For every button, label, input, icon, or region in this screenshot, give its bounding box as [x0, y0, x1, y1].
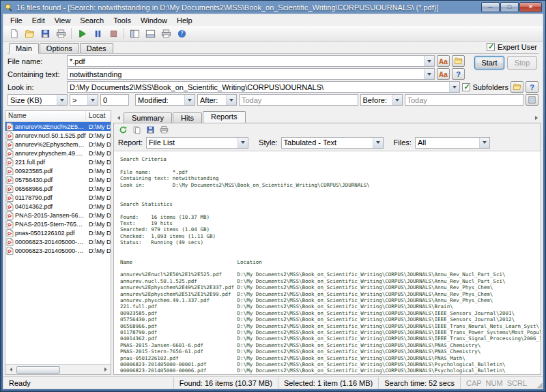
tab-scroll-right-button[interactable] — [532, 113, 541, 122]
table-row[interactable]: annurev%2Ephyschem%2E49%2E1%2E337.pdf D:… — [5, 140, 111, 149]
stop-button[interactable]: Stop — [507, 56, 537, 70]
table-row[interactable]: 221.full.pdf D:\My Documents2\MSS\Book_o… — [5, 157, 111, 166]
containing-text-value: notwithstanding — [68, 70, 424, 78]
containing-text-dropdown[interactable] — [424, 69, 434, 79]
minimize-button[interactable]: ─ — [481, 2, 500, 12]
size-operator-dropdown[interactable] — [87, 95, 98, 105]
file-name-dropdown[interactable] — [424, 56, 434, 66]
new-search-button[interactable] — [6, 27, 21, 40]
tab-reports[interactable]: Reports — [203, 111, 246, 123]
after-date-input[interactable] — [239, 94, 358, 106]
look-in-combo[interactable]: D:\My Documents2\MSS\Book_on_Scientific_… — [67, 81, 460, 93]
pdf-file-icon — [6, 211, 14, 220]
scrollbar-thumb[interactable] — [16, 366, 60, 374]
scroll-right-button[interactable] — [100, 365, 111, 374]
tab-options[interactable]: Options — [40, 43, 79, 53]
report-view[interactable]: Search Criteria File name: *.pdf Contain… — [114, 151, 541, 374]
table-row[interactable]: PNAS-2015-Jansen-6601-6.pdf D:\My Docume… — [5, 211, 111, 220]
look-in-dropdown[interactable] — [449, 82, 459, 92]
menu-item-window[interactable]: Window — [136, 16, 172, 25]
tab-hits[interactable]: Hits — [173, 112, 202, 123]
before-dropdown[interactable] — [392, 95, 402, 105]
look-in-browse-button[interactable] — [511, 81, 523, 93]
start-search-button[interactable] — [74, 27, 89, 40]
file-name-browse-button[interactable] — [452, 55, 465, 67]
size-field-combo[interactable]: Size (KB) — [8, 94, 68, 106]
report-type-combo[interactable]: File List — [146, 137, 248, 149]
view-left-panel-button[interactable] — [127, 27, 142, 40]
save-button[interactable] — [38, 27, 53, 40]
resize-grip[interactable]: ◢ — [532, 377, 543, 389]
look-in-options-button[interactable] — [526, 81, 538, 93]
table-row[interactable]: 05756430.pdf D:\My Documents2\MSS\Book_o… — [5, 175, 111, 184]
table-row[interactable]: pnas-0501226102.pdf D:\My Documents2\MSS… — [5, 228, 111, 237]
style-dropdown[interactable] — [373, 138, 383, 148]
modified-dropdown[interactable] — [184, 95, 195, 105]
close-button[interactable]: ✕ — [519, 2, 542, 12]
before-combo[interactable]: Before: — [360, 94, 403, 106]
expert-user-checkbox[interactable] — [487, 43, 495, 51]
table-row[interactable]: 04014362.pdf D:\My Documents2\MSS\Book_o… — [5, 202, 111, 211]
save-report-button[interactable] — [144, 124, 156, 135]
table-row[interactable]: 00006823-201405000-00001.pdf D:\My Docum… — [5, 237, 111, 246]
report-type-dropdown[interactable] — [238, 138, 248, 148]
stop-search-button[interactable] — [106, 27, 121, 40]
size-value-input[interactable] — [100, 94, 129, 106]
files-combo[interactable]: All — [415, 137, 490, 149]
print-button[interactable] — [53, 27, 68, 40]
column-header-name[interactable]: Name — [5, 111, 86, 121]
menu-item-file[interactable]: File — [5, 16, 27, 25]
copy-report-button[interactable] — [130, 124, 143, 135]
before-date-input[interactable] — [405, 94, 524, 106]
files-dropdown[interactable] — [479, 138, 489, 148]
open-button[interactable] — [22, 27, 37, 40]
table-row[interactable]: 06568966.pdf D:\My Documents2\MSS\Book_o… — [5, 184, 111, 193]
table-row[interactable]: 00923585.pdf D:\My Documents2\MSS\Book_o… — [5, 166, 111, 175]
table-row[interactable]: 00006823-201405000-00006.pdf D:\My Docum… — [5, 246, 111, 255]
subfolders-checkbox[interactable] — [462, 83, 470, 91]
menu-item-edit[interactable]: Edit — [27, 16, 50, 25]
pdf-file-icon — [6, 220, 14, 228]
menu-item-help[interactable]: Help — [172, 16, 197, 25]
print-report-button[interactable] — [158, 27, 173, 40]
view-bottom-panel-button[interactable] — [143, 27, 158, 40]
table-row[interactable]: 01178790.pdf D:\My Documents2\MSS\Book_o… — [5, 193, 111, 202]
horizontal-scrollbar[interactable] — [5, 364, 111, 374]
size-operator-combo[interactable]: > — [70, 94, 98, 106]
table-row[interactable]: PNAS-2015-Stern-7656-61.pdf D:\My Docume… — [5, 220, 111, 228]
menu-item-search[interactable]: Search — [75, 16, 109, 25]
containing-text-help-button[interactable] — [452, 68, 465, 80]
menu-item-tools[interactable]: Tools — [109, 16, 136, 25]
subfolders-label: Subfolders — [472, 83, 508, 91]
file-name-match-case-button[interactable] — [437, 55, 450, 67]
filter-options-button[interactable] — [526, 94, 538, 106]
main-area: Name Locat annurev%2Enucl%2E50%2E1%2E525… — [3, 109, 543, 376]
help-button[interactable]: ? — [174, 27, 189, 40]
size-field-dropdown[interactable] — [57, 95, 67, 105]
title-bar[interactable]: 16 files found - [Search: notwithstandin… — [3, 1, 543, 14]
table-row[interactable]: annurev%2Enucl%2E50%2E1%2E525.pdf D:\My … — [5, 122, 111, 131]
tab-summary[interactable]: Summary — [124, 112, 172, 123]
tab-main[interactable]: Main — [9, 43, 39, 54]
search-form: Main Options Dates Expert User Start Sto… — [3, 42, 543, 109]
column-header-location[interactable]: Locat — [86, 111, 111, 121]
after-combo[interactable]: After: — [197, 94, 237, 106]
refresh-report-button[interactable] — [117, 124, 129, 135]
menu-item-view[interactable]: View — [50, 16, 76, 25]
pause-search-button[interactable] — [90, 27, 105, 40]
style-combo[interactable]: Tabulated - Text — [281, 137, 384, 149]
table-row[interactable]: annurev.physchem.49.1.337.pdf D:\My Docu… — [5, 149, 111, 157]
table-row[interactable]: annurev.nucl.50.1.525.pdf D:\My Document… — [5, 131, 111, 140]
tab-dates[interactable]: Dates — [80, 43, 113, 53]
print-report-toolbar-button[interactable] — [158, 124, 170, 135]
report-toolbar — [114, 123, 541, 136]
file-name-combo[interactable]: *.pdf — [67, 55, 435, 67]
maximize-button[interactable]: □ — [500, 2, 519, 12]
containing-text-match-case-button[interactable] — [437, 68, 450, 80]
containing-text-combo[interactable]: notwithstanding — [67, 68, 435, 80]
modified-combo[interactable]: Modified: — [135, 94, 195, 106]
tab-scroll-left-button[interactable] — [114, 113, 123, 122]
start-button[interactable]: Start — [474, 56, 504, 70]
after-dropdown[interactable] — [226, 95, 236, 105]
scroll-left-button[interactable] — [5, 365, 16, 374]
